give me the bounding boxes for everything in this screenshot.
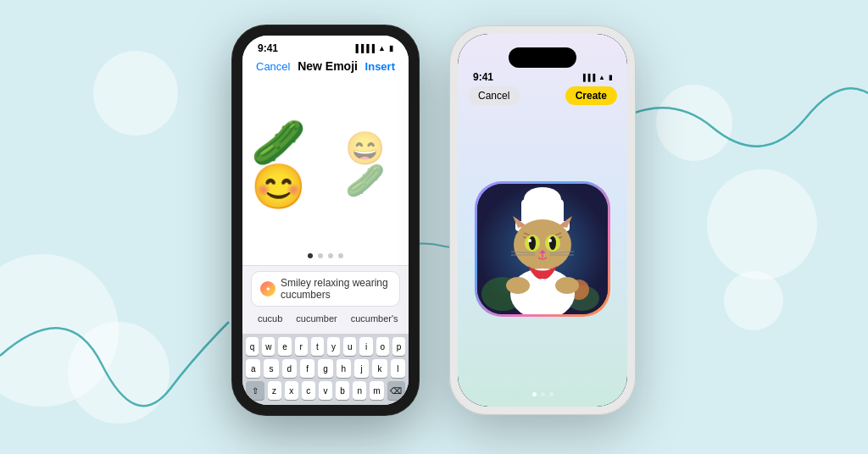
right-status-bar: 9:41 ▐▐▐ ▲ ▮ [458,68,627,83]
key-d[interactable]: d [282,359,297,378]
left-status-bar: 9:41 ▐▐▐▐ ▲ ▮ [242,36,409,54]
emoji-alt-cucumber[interactable]: 😄🥒 [345,132,400,197]
key-t[interactable]: t [311,337,324,356]
key-q[interactable]: q [246,337,259,356]
key-z[interactable]: z [268,381,281,400]
cat-image-container [458,112,627,385]
right-nav-bar: Cancel Create [458,83,627,112]
cat-image-inner [477,184,608,314]
new-emoji-title: New Emoji [298,59,358,73]
bg-blob-6 [724,271,783,330]
key-h[interactable]: h [337,359,351,378]
dynamic-island-container [458,34,627,68]
search-text-value: Smiley relaxing wearing cucumbers [281,277,391,301]
autocomplete-cucumber[interactable]: cucumber [289,312,343,325]
svg-point-20 [528,239,531,242]
phone-right-screen: 9:41 ▐▐▐ ▲ ▮ Cancel Create [458,34,627,407]
pagination-dots [242,248,409,265]
left-signal-icons: ▐▐▐▐ ▲ ▮ [353,44,393,53]
phones-container: 9:41 ▐▐▐▐ ▲ ▮ Cancel New Emoji Insert 🥒😊 [232,25,636,415]
keyboard-area: q w e r t y u i o p a s d [242,334,409,405]
autocomplete-cucumbers[interactable]: cucumber's [344,312,405,325]
right-signal-icon: ▐▐▐ [581,74,595,81]
dot-2 [318,253,323,258]
search-sparkle-icon: ✦ [260,281,275,296]
key-i[interactable]: i [359,337,372,356]
right-dot-2 [541,392,545,396]
left-screen-content: 9:41 ▐▐▐▐ ▲ ▮ Cancel New Emoji Insert 🥒😊 [242,36,409,405]
keyboard-row-1: q w e r t y u i o p [246,337,405,356]
cat-chef-image [477,184,608,314]
right-signal-icons: ▐▐▐ ▲ ▮ [581,74,612,81]
svg-point-6 [524,187,561,211]
svg-point-30 [555,277,579,294]
bg-blob-5 [656,85,732,161]
autocomplete-row: cucub cucumber cucumber's [251,307,400,329]
bg-blob-3 [93,51,178,136]
insert-button[interactable]: Insert [365,60,395,73]
emoji-smiley-cucumber[interactable]: 🥒😊 [251,120,328,208]
key-s[interactable]: s [264,359,278,378]
right-battery-icon: ▮ [609,74,612,81]
svg-point-19 [549,236,556,250]
key-e[interactable]: e [278,337,291,356]
key-o[interactable]: o [376,337,389,356]
cancel-button-left[interactable]: Cancel [256,60,290,73]
key-v[interactable]: v [319,381,332,400]
right-time: 9:41 [473,71,493,83]
cancel-button-right[interactable]: Cancel [468,86,520,105]
dot-3 [328,253,333,258]
right-dot-3 [549,392,554,396]
wifi-icon: ▲ [378,44,386,53]
bg-blob-2 [68,322,170,424]
key-f[interactable]: f [300,359,314,378]
dot-4 [338,253,343,258]
right-pagination-dots [458,385,627,407]
key-m[interactable]: m [370,381,383,400]
svg-point-21 [548,239,552,242]
key-r[interactable]: r [295,337,308,356]
cat-image-frame [475,181,610,317]
dot-1 [308,253,313,258]
bg-blob-4 [707,169,817,280]
search-bar-area: ✦ Smiley relaxing wearing cucumbers cucu… [242,265,409,334]
key-b[interactable]: b [336,381,349,400]
left-nav-bar: Cancel New Emoji Insert [242,54,409,80]
create-button[interactable]: Create [565,86,617,105]
key-g[interactable]: g [318,359,332,378]
key-u[interactable]: u [343,337,356,356]
battery-icon: ▮ [389,44,393,53]
autocomplete-cucub[interactable]: cucub [251,312,289,325]
key-c[interactable]: c [302,381,315,400]
right-dot-1 [532,392,537,396]
key-backspace[interactable]: ⌫ [387,381,406,400]
phone-left-screen: 9:41 ▐▐▐▐ ▲ ▮ Cancel New Emoji Insert 🥒😊 [242,36,409,405]
key-x[interactable]: x [285,381,298,400]
left-time: 9:41 [258,42,278,54]
svg-point-29 [506,277,530,294]
key-j[interactable]: j [354,359,369,378]
key-y[interactable]: y [327,337,340,356]
key-p[interactable]: p [392,337,405,356]
key-w[interactable]: w [262,337,275,356]
dynamic-island [509,47,576,68]
phone-left: 9:41 ▐▐▐▐ ▲ ▮ Cancel New Emoji Insert 🥒😊 [232,25,419,415]
keyboard-row-2: a s d f g h j k l [246,359,405,378]
key-shift[interactable]: ⇧ [246,381,264,400]
key-l[interactable]: l [391,359,405,378]
emoji-display-area: 🥒😊 😄🥒 [242,80,409,248]
key-a[interactable]: a [246,359,260,378]
svg-point-7 [514,219,571,270]
svg-point-18 [529,236,536,250]
search-input-row[interactable]: ✦ Smiley relaxing wearing cucumbers [251,271,400,307]
key-n[interactable]: n [353,381,366,400]
keyboard-row-3: ⇧ z x c v b n m ⌫ [246,381,405,400]
key-k[interactable]: k [372,359,387,378]
signal-bars-icon: ▐▐▐▐ [353,44,376,53]
phone-right: 9:41 ▐▐▐ ▲ ▮ Cancel Create [449,25,636,415]
right-wifi-icon: ▲ [598,74,605,81]
